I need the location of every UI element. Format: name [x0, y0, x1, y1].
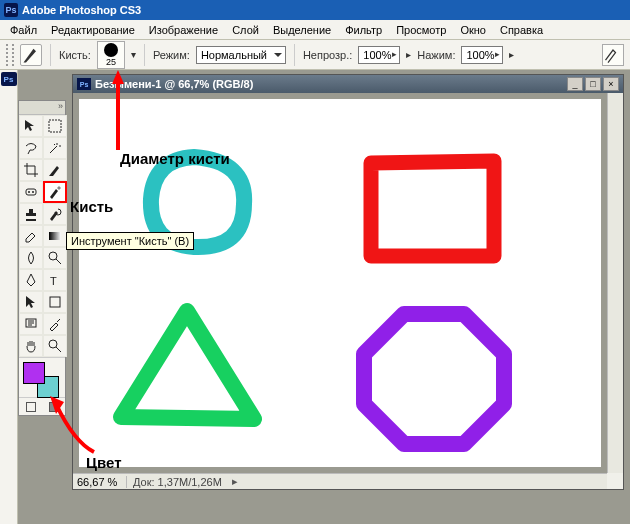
menu-select[interactable]: Выделение — [267, 22, 337, 38]
drawn-octagon — [349, 304, 519, 454]
svg-rect-0 — [49, 120, 61, 132]
minimize-button[interactable]: _ — [567, 77, 583, 91]
canvas[interactable] — [79, 99, 601, 467]
opacity-label: Непрозр.: — [303, 49, 352, 61]
svg-text:T: T — [50, 275, 57, 287]
chevron-right-icon-2[interactable]: ▸ — [509, 49, 514, 60]
tool-gradient[interactable] — [43, 225, 67, 247]
menu-image[interactable]: Изображение — [143, 22, 224, 38]
quickmask-row — [19, 397, 65, 415]
tool-type[interactable]: T — [43, 269, 67, 291]
tool-shape[interactable] — [43, 291, 67, 313]
tool-marquee[interactable] — [43, 115, 67, 137]
tool-crop[interactable] — [19, 159, 43, 181]
document-titlebar[interactable]: Ps Безымени-1 @ 66,7% (RGB/8) _ □ × — [73, 75, 623, 93]
palette-well: Ps — [0, 70, 18, 524]
app-titlebar: Ps Adobe Photoshop CS3 — [0, 0, 630, 20]
svg-point-9 — [49, 340, 57, 348]
svg-rect-4 — [49, 232, 61, 240]
chevron-right-icon[interactable]: ▸ — [406, 49, 411, 60]
document-window: Ps Безымени-1 @ 66,7% (RGB/8) _ □ × — [72, 74, 624, 490]
opacity-input[interactable]: 100% — [358, 46, 400, 64]
document-title: Безымени-1 @ 66,7% (RGB/8) — [95, 78, 565, 90]
menu-view[interactable]: Просмотр — [390, 22, 452, 38]
app-title: Adobe Photoshop CS3 — [22, 4, 141, 16]
mode-select[interactable]: Нормальный — [196, 46, 286, 64]
chevron-down-icon[interactable]: ▾ — [131, 49, 136, 60]
current-tool-icon[interactable] — [20, 44, 42, 66]
tool-history-brush[interactable] — [43, 203, 67, 225]
menu-edit[interactable]: Редактирование — [45, 22, 141, 38]
ps-badge-icon[interactable]: Ps — [1, 72, 17, 86]
canvas-viewport — [73, 93, 607, 473]
drawn-triangle — [109, 299, 269, 439]
work-area: Ps T — [0, 70, 630, 524]
tool-lasso[interactable] — [19, 137, 43, 159]
mode-value: Нормальный — [201, 49, 267, 61]
quickmask-mode-icon[interactable] — [49, 402, 59, 412]
tool-notes[interactable] — [19, 313, 43, 335]
color-swatches — [19, 357, 65, 397]
menu-file[interactable]: Файл — [4, 22, 43, 38]
close-button[interactable]: × — [603, 77, 619, 91]
options-bar: Кисть: 25 ▾ Режим: Нормальный Непрозр.: … — [0, 40, 630, 70]
svg-rect-1 — [26, 189, 36, 195]
opacity-value: 100% — [363, 49, 391, 61]
menu-window[interactable]: Окно — [454, 22, 492, 38]
tool-heal[interactable] — [19, 181, 43, 203]
toolbox: T — [18, 100, 66, 416]
toolbox-header[interactable] — [19, 101, 65, 115]
tool-brush[interactable] — [43, 181, 67, 203]
mode-label: Режим: — [153, 49, 190, 61]
tool-eraser[interactable] — [19, 225, 43, 247]
tool-path-select[interactable] — [19, 291, 43, 313]
standard-mode-icon[interactable] — [26, 402, 36, 412]
menu-layer[interactable]: Слой — [226, 22, 265, 38]
chevron-right-icon-3[interactable]: ▸ — [232, 475, 238, 488]
tool-blur[interactable] — [19, 247, 43, 269]
airbrush-icon[interactable] — [602, 44, 624, 66]
vertical-scrollbar[interactable] — [607, 93, 623, 473]
brush-preset-picker[interactable]: 25 — [97, 41, 125, 69]
zoom-level[interactable]: 66,67 % — [73, 476, 127, 488]
foreground-color-swatch[interactable] — [23, 362, 45, 384]
brush-label: Кисть: — [59, 49, 91, 61]
tool-hand[interactable] — [19, 335, 43, 357]
flow-value: 100% — [466, 49, 494, 61]
menu-help[interactable]: Справка — [494, 22, 549, 38]
app-logo-icon: Ps — [4, 3, 18, 17]
tool-tooltip: Инструмент "Кисть" (B) — [66, 232, 194, 250]
flow-input[interactable]: 100% — [461, 46, 503, 64]
tool-move[interactable] — [19, 115, 43, 137]
tool-dodge[interactable] — [43, 247, 67, 269]
status-bar: 66,67 % Док: 1,37M/1,26M ▸ — [73, 473, 607, 489]
tool-pen[interactable] — [19, 269, 43, 291]
svg-point-5 — [49, 252, 57, 260]
doc-ps-icon: Ps — [77, 78, 91, 90]
maximize-button[interactable]: □ — [585, 77, 601, 91]
menu-filter[interactable]: Фильтр — [339, 22, 388, 38]
doc-size-status: Док: 1,37M/1,26M — [127, 476, 228, 488]
menu-bar: Файл Редактирование Изображение Слой Выд… — [0, 20, 630, 40]
svg-point-2 — [28, 191, 30, 193]
svg-rect-7 — [50, 297, 60, 307]
tool-slice[interactable] — [43, 159, 67, 181]
brush-dot-icon — [104, 43, 118, 57]
tool-stamp[interactable] — [19, 203, 43, 225]
brush-size-value: 25 — [106, 57, 116, 67]
flow-label: Нажим: — [417, 49, 455, 61]
tool-wand[interactable] — [43, 137, 67, 159]
drawn-square — [359, 151, 509, 271]
svg-point-3 — [32, 191, 34, 193]
tool-eyedropper[interactable] — [43, 313, 67, 335]
options-grip[interactable] — [6, 44, 14, 66]
tool-zoom[interactable] — [43, 335, 67, 357]
